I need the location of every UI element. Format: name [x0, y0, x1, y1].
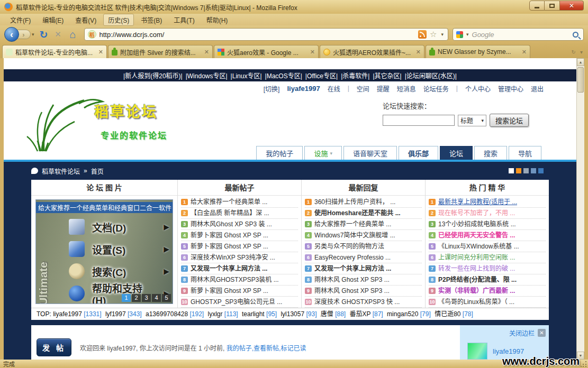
welcome-link[interactable]: 查看新帖, — [254, 345, 281, 352]
slide-pager-button[interactable]: 2 — [132, 294, 141, 302]
urlbar-dropdown-icon[interactable]: ▾ — [440, 32, 445, 37]
digest-title-link[interactable]: 13个小妙招成就电脑系统 ... — [438, 219, 516, 229]
user-bar-link[interactable]: 短消息 — [397, 84, 416, 93]
scroll-up-icon[interactable]: ▲ — [577, 58, 584, 66]
reply-list-item[interactable]: 2 使用Homeshare还是不能共 ... — [305, 208, 422, 219]
slide-caption[interactable]: 给大家推荐一个经典菜单和经典窗口二合一软件 — [36, 202, 173, 213]
avatar[interactable] — [467, 343, 487, 360]
top-poster-name[interactable]: liyafe1997 — [53, 310, 82, 318]
post-title-link[interactable]: 又发现一个共享上网方法 ... — [191, 263, 267, 274]
top-poster-name[interactable]: lyl13057 — [281, 310, 304, 318]
digest-title-link[interactable]: 上课时间充分利用空闲账 ... — [438, 252, 515, 263]
top-poster-count[interactable]: [113] — [224, 310, 238, 318]
welcome-link[interactable]: 我的帖子, — [227, 345, 254, 352]
style-switch-square[interactable] — [509, 168, 514, 173]
list-all-tabs-icon[interactable]: ▾ — [580, 49, 583, 55]
post-list-item[interactable]: 6 深度技术WinXP SP3纯净安 ... — [181, 252, 298, 263]
style-switch-square[interactable] — [538, 168, 544, 173]
reply-title-link[interactable]: 360扫描并上传用户资料， ... — [314, 197, 395, 207]
search-forum-button[interactable]: 搜索论坛 — [490, 114, 529, 127]
style-switch-square[interactable] — [516, 168, 521, 173]
search-go-icon[interactable] — [573, 32, 578, 38]
user-bar-link[interactable]: 空间 — [357, 84, 369, 93]
search-category-select[interactable]: 标题 ▾ — [458, 115, 486, 126]
site-tab[interactable]: 论坛 — [440, 146, 473, 160]
reply-list-item[interactable]: 6 EasyRecovery Professio ... — [305, 252, 422, 263]
post-list-item[interactable]: 10 GHOSTXP_SP3电脑公司元旦 ... — [181, 297, 298, 308]
post-title-link[interactable]: 新萝卜家园 Ghost XP SP ... — [191, 241, 268, 252]
switch-account-link[interactable]: [切换] — [264, 84, 280, 93]
home-button[interactable]: ⌂ — [66, 29, 80, 41]
browser-tab[interactable]: 附加组件 Silver 的搜索结... ✕ — [108, 45, 213, 58]
browser-tab[interactable]: 火狐aero效果 - Google ... ✕ — [214, 45, 319, 58]
reply-title-link[interactable]: 又发现一个共享上网方法 ... — [314, 263, 391, 274]
slide-pager-button[interactable]: 1 — [122, 294, 131, 302]
reply-list-item[interactable]: 10 深度技术 GHOSTXPSP3 快 ... — [305, 297, 422, 308]
url-bar[interactable]: 稻 http://www.dcrjs.com/ ☆ ▾ — [84, 28, 448, 41]
reply-title-link[interactable]: 给大家推荐一个经典菜单 ... — [314, 219, 391, 229]
user-bar-link[interactable]: 论坛任务 — [423, 84, 449, 93]
history-dropdown-icon[interactable]: ▾ — [31, 32, 35, 37]
top-nav-link[interactable]: |MacOS专区| — [265, 71, 302, 80]
post-list-item[interactable]: 1 给大家推荐一个经典菜单 ... — [181, 197, 298, 208]
site-tab[interactable]: 俱乐部 — [399, 146, 438, 160]
top-poster-count[interactable]: [79] — [420, 310, 431, 318]
reply-list-item[interactable]: 5 另类与众不同的购物方法 — [305, 241, 422, 252]
reply-title-link[interactable]: 雨林木风 Ghost XP SP3 ... — [314, 274, 390, 285]
reload-button[interactable]: ↻ — [38, 29, 50, 41]
digest-list-item[interactable]: 1 最新共享上网教程(适用于 ... — [429, 197, 546, 208]
top-poster-name[interactable]: a13699708428 — [146, 310, 188, 318]
top-poster-count[interactable]: [87] — [373, 310, 383, 318]
post-list-item[interactable]: 4 新萝卜家园 Ghost XP SP ... — [181, 230, 298, 241]
digest-title-link[interactable]: 最新共享上网教程(适用于 ... — [438, 197, 517, 207]
close-button[interactable]: ✕ — [560, 1, 584, 11]
top-nav-link[interactable]: |其它杂区| — [373, 71, 401, 80]
top-nav-link[interactable]: |新人报到(得20稻币)| — [123, 71, 183, 80]
site-tab[interactable]: 我的帖子 — [256, 146, 303, 160]
top-nav-link[interactable]: |Office专区| — [305, 71, 338, 80]
digest-list-item[interactable]: 7 转发一些在网上找到的破 ... — [429, 263, 546, 274]
top-nav-link[interactable]: |Windows专区| — [186, 71, 228, 80]
top-poster-count[interactable]: [78] — [463, 310, 473, 318]
sidebar-username[interactable]: liyafe1997 — [493, 347, 524, 355]
tab-close-icon[interactable]: ✕ — [98, 49, 103, 56]
top-poster-name[interactable]: tearlight — [242, 310, 265, 318]
close-sidebar-icon[interactable]: ✕ — [538, 329, 546, 337]
post-list-item[interactable]: 2 【白金品质 新年精品】深 ... — [181, 208, 298, 219]
resize-grip[interactable] — [581, 361, 587, 367]
top-poster-count[interactable]: [93] — [306, 310, 316, 318]
top-poster-count[interactable]: [88] — [335, 310, 346, 318]
slide-pager-button[interactable]: 4 — [152, 294, 161, 302]
top-poster-name[interactable]: lyxlgr — [208, 310, 223, 318]
digest-list-item[interactable]: 6 上课时间充分利用空闲账 ... — [429, 252, 546, 263]
tab-close-icon[interactable]: ✕ — [310, 49, 315, 56]
top-poster-name[interactable]: mingan520 — [387, 310, 418, 318]
forum-logo[interactable]: 稻草论坛 专业的软件论坛 — [22, 89, 167, 152]
menu-item[interactable]: 书签(B) — [136, 14, 167, 26]
user-bar-link[interactable]: 退出 — [531, 84, 544, 93]
menu-item[interactable]: 帮助(H) — [202, 14, 233, 26]
search-box[interactable]: ▾ Google — [453, 28, 584, 41]
browser-tab[interactable]: 火狐透明AERO效果插件~... ✕ — [320, 45, 424, 58]
digest-title-link[interactable]: 实测（非转载）广西最新 ... — [438, 286, 515, 296]
bookmark-star-icon[interactable]: ☆ — [430, 30, 437, 39]
top-nav-link[interactable]: |杀毒软件| — [341, 71, 369, 80]
browser-tab[interactable]: NEW Glasser by Szyme... ✕ — [426, 45, 530, 58]
post-list-item[interactable]: 7 又发现一个共享上网方法 ... — [181, 263, 298, 274]
digest-list-item[interactable]: 10 《鸟哥的Linux私房菜》（ ... — [429, 297, 546, 308]
digest-title-link[interactable]: 现在帐号不加密了，不用 ... — [438, 208, 515, 218]
post-title-link[interactable]: GHOSTXP_SP3电脑公司元旦 ... — [191, 297, 282, 307]
site-tab[interactable]: 导航 — [509, 146, 541, 160]
tab-close-icon[interactable]: ✕ — [204, 49, 209, 56]
scrollbar-thumb[interactable] — [577, 67, 584, 93]
post-title-link[interactable]: 新萝卜家园 Ghost XP SP ... — [191, 230, 268, 241]
tab-overflow-icon[interactable]: ↻ — [572, 49, 576, 55]
reply-title-link[interactable]: 另类与众不同的购物方法 — [314, 241, 384, 252]
tab-close-icon[interactable]: ✕ — [522, 49, 527, 56]
digest-list-item[interactable]: 2 现在帐号不加密了，不用 ... — [429, 208, 546, 219]
style-switch-square[interactable] — [531, 168, 536, 173]
back-button[interactable]: ‹ — [4, 27, 19, 42]
post-title-link[interactable]: 给大家推荐一个经典菜单 ... — [191, 197, 267, 207]
browser-tab[interactable]: 稻草软件论坛-专业的电脑... ✕ — [2, 45, 107, 58]
site-tab[interactable]: 搜索 — [474, 146, 507, 160]
